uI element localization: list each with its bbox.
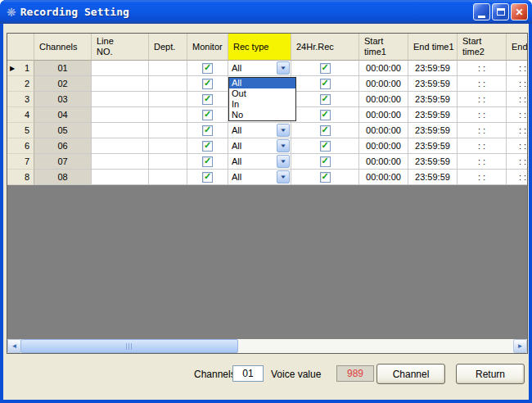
rec-24hr-checkbox[interactable]: ✓ [320, 63, 331, 74]
end-time1-cell[interactable]: 23:59:59 [408, 92, 458, 107]
end-time1-cell[interactable]: 23:59:59 [408, 170, 458, 185]
line-no-cell[interactable] [92, 61, 149, 76]
column-header-start-time1[interactable]: Start time1 [359, 34, 408, 61]
dropdown-option-in[interactable]: In [229, 99, 295, 110]
scrollbar-thumb[interactable] [20, 339, 238, 353]
start-time2-cell[interactable]: : : [458, 154, 507, 170]
line-no-cell[interactable] [92, 107, 149, 123]
end-time1-cell[interactable]: 23:59:59 [408, 61, 458, 76]
column-header-end-time2[interactable]: End [507, 34, 528, 61]
dept-cell[interactable] [149, 76, 187, 92]
column-header-channels[interactable]: Channels [34, 34, 92, 61]
chevron-down-icon[interactable]: ▼ [277, 170, 290, 183]
rec-24hr-checkbox[interactable]: ✓ [320, 125, 331, 136]
scroll-right-button[interactable]: ► [513, 339, 527, 353]
dropdown-option-all[interactable]: All [229, 78, 295, 88]
channel-cell[interactable]: 02 [34, 76, 92, 92]
line-no-cell[interactable] [92, 92, 149, 107]
dept-cell[interactable] [149, 170, 187, 185]
start-time2-cell[interactable]: : : [458, 138, 507, 154]
start-time1-cell[interactable]: 00:00:00 [359, 170, 408, 185]
monitor-checkbox[interactable]: ✓ [202, 156, 213, 167]
end-time1-cell[interactable]: 23:59:59 [408, 76, 458, 92]
dept-cell[interactable] [149, 92, 187, 107]
monitor-checkbox[interactable]: ✓ [202, 63, 213, 74]
monitor-checkbox[interactable]: ✓ [202, 94, 213, 105]
end-time2-cell[interactable]: : : [507, 61, 528, 76]
channel-cell[interactable]: 04 [34, 107, 92, 123]
end-time2-cell[interactable]: : : [507, 170, 528, 185]
row-selector[interactable]: 3 [7, 92, 34, 107]
start-time2-cell[interactable]: : : [458, 61, 507, 76]
column-header-start-time2[interactable]: Start time2 [458, 34, 507, 61]
chevron-down-icon[interactable]: ▼ [277, 155, 290, 168]
start-time2-cell[interactable]: : : [458, 170, 507, 185]
dropdown-option-no[interactable]: No [229, 110, 295, 120]
dept-cell[interactable] [149, 154, 187, 170]
start-time1-cell[interactable]: 00:00:00 [359, 92, 408, 107]
rec-type-dropdown[interactable]: All▼ [229, 139, 290, 153]
chevron-down-icon[interactable]: ▼ [277, 139, 290, 152]
end-time2-cell[interactable]: : : [507, 107, 528, 123]
end-time2-cell[interactable]: : : [507, 92, 528, 107]
monitor-checkbox[interactable]: ✓ [202, 141, 213, 152]
column-header-dept[interactable]: Dept. [149, 34, 187, 61]
start-time2-cell[interactable]: : : [458, 92, 507, 107]
minimize-button[interactable] [473, 3, 490, 20]
start-time1-cell[interactable]: 00:00:00 [359, 154, 408, 170]
column-header-24hr-rec[interactable]: 24Hr.Rec [291, 34, 359, 61]
column-header-rec-type[interactable]: Rec type [228, 34, 291, 61]
start-time1-cell[interactable]: 00:00:00 [359, 61, 408, 76]
start-time1-cell[interactable]: 00:00:00 [359, 107, 408, 123]
monitor-checkbox[interactable]: ✓ [202, 110, 213, 120]
start-time2-cell[interactable]: : : [458, 107, 507, 123]
channel-button[interactable]: Channel [376, 364, 445, 384]
end-time2-cell[interactable]: : : [507, 138, 528, 154]
start-time2-cell[interactable]: : : [458, 123, 507, 138]
dept-cell[interactable] [149, 138, 187, 154]
chevron-down-icon[interactable]: ▼ [277, 124, 290, 137]
rec-type-dropdown[interactable]: All▼ [229, 61, 290, 75]
monitor-checkbox[interactable]: ✓ [202, 125, 213, 136]
horizontal-scrollbar[interactable]: ◄ ► [7, 339, 527, 353]
rec-type-dropdown[interactable]: All▼ [229, 170, 290, 184]
line-no-cell[interactable] [92, 76, 149, 92]
rec-24hr-checkbox[interactable]: ✓ [320, 79, 331, 89]
end-time1-cell[interactable]: 23:59:59 [408, 123, 458, 138]
rec-24hr-checkbox[interactable]: ✓ [320, 110, 331, 120]
column-header-line-no[interactable]: Line NO. [92, 34, 149, 61]
monitor-checkbox[interactable]: ✓ [202, 172, 213, 183]
row-selector[interactable]: ▶1 [7, 61, 34, 76]
line-no-cell[interactable] [92, 170, 149, 185]
return-button[interactable]: Return [456, 364, 525, 384]
rec-24hr-checkbox[interactable]: ✓ [320, 156, 331, 167]
row-selector[interactable]: 5 [7, 123, 34, 138]
channel-cell[interactable]: 03 [34, 92, 92, 107]
dept-cell[interactable] [149, 107, 187, 123]
end-time1-cell[interactable]: 23:59:59 [408, 107, 458, 123]
rec-type-dropdown[interactable]: All▼ [229, 124, 290, 138]
row-selector[interactable]: 6 [7, 138, 34, 154]
line-no-cell[interactable] [92, 154, 149, 170]
start-time1-cell[interactable]: 00:00:00 [359, 123, 408, 138]
end-time2-cell[interactable]: : : [507, 76, 528, 92]
column-header-end-time1[interactable]: End time1 [408, 34, 458, 61]
end-time2-cell[interactable]: : : [507, 154, 528, 170]
row-selector[interactable]: 2 [7, 76, 34, 92]
maximize-button[interactable] [492, 3, 509, 20]
close-button[interactable]: ✕ [511, 3, 528, 20]
dept-cell[interactable] [149, 123, 187, 138]
scroll-left-button[interactable]: ◄ [7, 339, 21, 353]
row-selector[interactable]: 4 [7, 107, 34, 123]
channel-cell[interactable]: 05 [34, 123, 92, 138]
rec-24hr-checkbox[interactable]: ✓ [320, 172, 331, 183]
line-no-cell[interactable] [92, 138, 149, 154]
rec-type-dropdown[interactable]: All▼ [229, 155, 290, 169]
row-selector[interactable]: 7 [7, 154, 34, 170]
end-time1-cell[interactable]: 23:59:59 [408, 154, 458, 170]
row-selector[interactable]: 8 [7, 170, 34, 185]
rec-24hr-checkbox[interactable]: ✓ [320, 94, 331, 105]
monitor-checkbox[interactable]: ✓ [202, 79, 213, 89]
end-time1-cell[interactable]: 23:59:59 [408, 138, 458, 154]
line-no-cell[interactable] [92, 123, 149, 138]
